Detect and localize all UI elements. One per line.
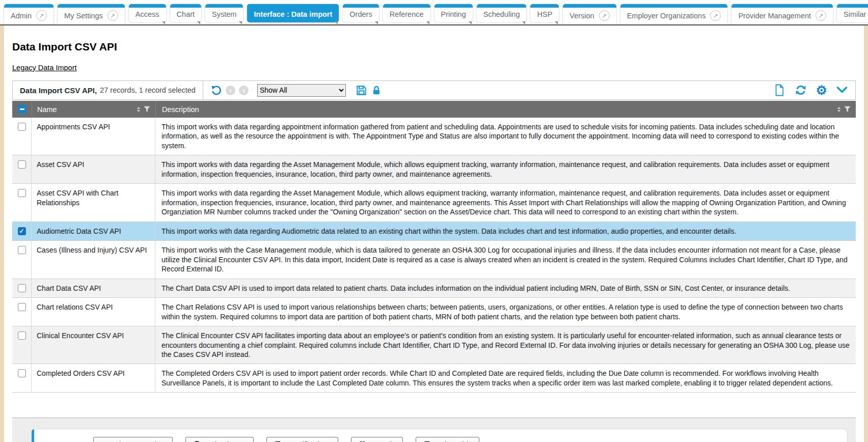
column-header-name[interactable]: Name [32,101,155,118]
row-description: The Completed Orders CSV API is used to … [155,364,856,392]
tab-top-bar [247,4,339,8]
select-all-checkbox[interactable] [18,105,26,114]
table-row[interactable]: Chart relations CSV API The Chart Relati… [12,298,856,326]
table-row[interactable]: Cases (Illness and Injury) CSV API This … [12,241,856,279]
filter-icon[interactable] [143,105,151,114]
tab-printing[interactable]: Printing [435,4,473,22]
row-checkbox-checked[interactable]: ✓ [18,227,26,235]
sort-icon[interactable] [835,105,843,114]
tab-similar-exposure-groups[interactable]: Similar Exposure Groups (SE [837,4,868,22]
tab-label: My Settings [64,12,103,20]
tab-top-bar [435,4,473,8]
tab-version[interactable]: Version↗ [563,4,616,25]
row-name[interactable]: Completed Orders CSV API [32,364,155,392]
save-icon[interactable] [356,85,367,96]
external-link-icon[interactable]: ↗ [107,10,118,21]
table-header: Name Description [12,101,856,118]
row-checkbox[interactable] [18,303,26,311]
tab-top-bar [530,4,559,8]
row-description: This import works with the Case Manageme… [155,241,856,278]
tab-label: Access [135,10,159,18]
filter-icon[interactable] [843,105,852,114]
tab-chart[interactable]: Chart [170,4,201,22]
table-row[interactable]: Asset CSV API with Chart Relationships T… [12,184,856,222]
refresh-icon[interactable] [794,84,807,96]
tab-scheduling[interactable]: Scheduling [477,4,527,22]
tab-label: Reference [390,10,424,18]
row-name[interactable]: Appointments CSV API [32,118,155,155]
row-checkbox[interactable] [18,189,26,197]
row-name[interactable]: Cases (Illness and Injury) CSV API [32,241,155,278]
tab-interface-data-import[interactable]: Interface : Data import [247,4,339,22]
previous-record-icon[interactable]: ‹ [226,86,235,95]
chevron-down-icon[interactable] [836,85,848,95]
row-checkbox[interactable] [18,160,26,169]
sample-button[interactable]: Sample [351,437,403,442]
table-row-selected[interactable]: ✓ Audiometric Data CSV API This import w… [12,222,856,241]
row-name[interactable]: Asset CSV API with Chart Relationships [32,184,155,221]
new-record-icon[interactable] [773,84,785,97]
tab-top-bar [129,4,166,8]
table-row[interactable]: Appointments CSV API This import works w… [12,118,856,155]
table-row[interactable]: Clinical Encounter CSV API The Clinical … [12,326,856,364]
tab-reference[interactable]: Reference [383,4,430,22]
list-title: Data Import CSV API, [20,86,97,95]
tab-label: Printing [441,10,466,18]
table-row[interactable]: Completed Orders CSV API The Completed O… [12,364,856,393]
table-row[interactable]: Chart Data CSV API The Chart Data CSV AP… [12,279,856,298]
tab-label: System [212,10,236,18]
tab-provider-management[interactable]: Provider Management↗ [731,4,833,25]
tab-access[interactable]: Access [129,4,166,22]
tab-orders[interactable]: Orders [343,4,378,22]
list-toolbar: Data Import CSV API, 27 records, 1 recor… [12,80,856,100]
row-checkbox[interactable] [18,284,26,292]
gear-icon[interactable]: ⚙ [816,84,827,97]
tab-top-bar [477,4,527,8]
row-checkbox[interactable] [18,332,26,340]
external-link-icon[interactable]: ↗ [710,10,721,21]
row-checkbox[interactable] [18,123,26,131]
tab-label: Version [569,12,594,20]
table-row[interactable]: Asset CSV API This import works with dat… [12,155,856,184]
column-header-description[interactable]: Description [155,101,856,118]
tab-top-bar [620,4,728,8]
select-all-cell [12,101,32,118]
row-description: This import works with data regarding th… [155,184,856,221]
lock-icon[interactable] [371,85,382,96]
row-checkbox[interactable] [18,246,26,254]
column-label: Name [37,105,57,114]
row-name[interactable]: Chart Data CSV API [32,279,155,297]
help-guide-button[interactable]: Help Guide [416,437,479,442]
legacy-data-import-link[interactable]: Legacy Data Import [12,64,77,72]
filter-select[interactable]: Show All [257,84,346,97]
upload-data-button[interactable]: Upload Data [185,437,254,442]
undo-icon[interactable] [210,85,222,96]
external-link-icon[interactable]: ↗ [816,10,826,21]
row-name[interactable]: Audiometric Data CSV API [32,222,155,240]
row-description: This import works with data regarding ap… [155,118,856,155]
external-link-icon[interactable]: ↗ [36,10,47,21]
show-overview-button[interactable]: Show Overview [93,437,173,442]
row-name[interactable]: Chart relations CSV API [32,298,155,326]
tab-hsp[interactable]: HSP [530,4,559,22]
external-link-icon[interactable]: ↗ [599,10,610,21]
table-empty-space [12,393,856,418]
sort-icon[interactable] [134,105,143,114]
tab-employer-organizations[interactable]: Employer Organizations↗ [620,4,728,25]
row-name[interactable]: Clinical Encounter CSV API [32,326,155,364]
tab-admin[interactable]: Admin↗ [4,4,53,25]
row-checkbox[interactable] [18,369,26,377]
row-description: The Chart Relations CSV API is used to i… [155,298,856,326]
tab-my-settings[interactable]: My Settings↗ [58,4,125,25]
tab-system[interactable]: System [205,4,243,22]
detail-panel: Data Import Show Overview Upload Data Sp… [12,418,856,442]
tab-top-bar [58,4,125,8]
row-description: This import works with data regarding th… [155,155,856,183]
row-description: The Chart Data CSV API is used to import… [155,279,856,297]
tab-label: Interface : Data import [254,10,332,18]
next-record-icon[interactable]: › [239,86,249,95]
specifications-button[interactable]: Specifications [266,437,338,442]
column-label: Description [162,105,199,114]
row-name[interactable]: Asset CSV API [32,155,155,183]
row-description: This import works with data regarding Au… [155,222,856,240]
